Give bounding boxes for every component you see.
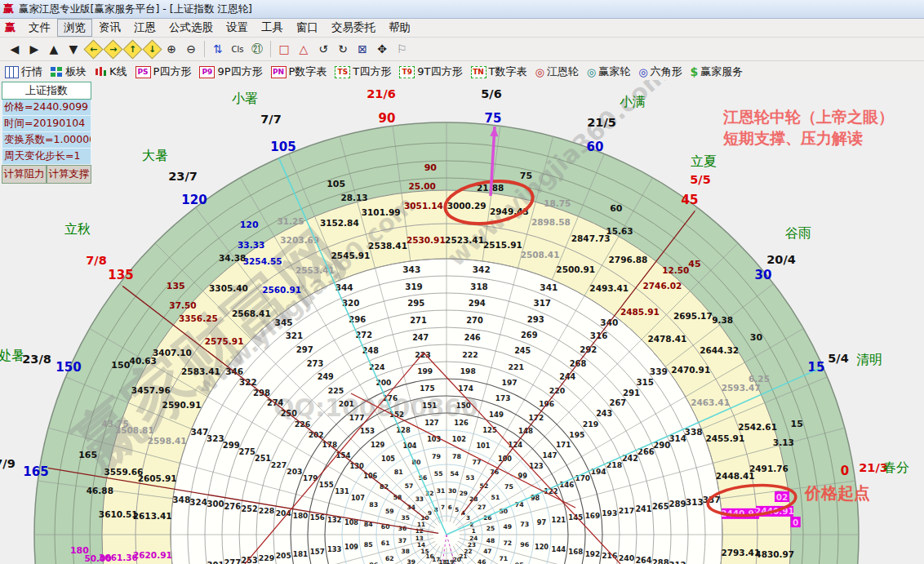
back-icon[interactable]: ◀	[5, 40, 24, 58]
spiral-number: 71	[499, 555, 508, 562]
zoom-out-icon[interactable]: ⊖	[181, 40, 201, 58]
spiral-number: 23	[468, 541, 476, 548]
tool-9P四方形[interactable]: P99P四方形	[199, 64, 262, 79]
tool-六角形[interactable]: ◎六角形	[638, 64, 682, 79]
spiral-number: 265	[652, 502, 669, 511]
t9-badge-icon: T9	[399, 66, 415, 78]
menu-item-公式选股[interactable]: 公式选股	[162, 19, 220, 37]
down-triangle-icon[interactable]: ▼	[64, 40, 83, 58]
rotate-ccw-icon[interactable]: ↺	[313, 40, 333, 58]
calendar-icon[interactable]: ㉑	[247, 40, 267, 58]
rim-solar-term-label: 清明	[856, 352, 882, 367]
tool-P四方形[interactable]: PSP四方形	[135, 64, 192, 79]
diamond-up-icon[interactable]: ↑	[122, 40, 142, 58]
tool-板块[interactable]: 板块	[51, 64, 87, 79]
price-label: 3457.96	[131, 385, 171, 395]
menu-item-设置[interactable]: 设置	[220, 19, 255, 37]
diamond-right-icon[interactable]: →	[103, 40, 122, 58]
spiral-number: 3	[466, 514, 470, 522]
zoom-in-icon[interactable]: ⊕	[162, 40, 181, 58]
spiral-number: 173	[495, 394, 511, 402]
rim-solar-term-label: 小满	[620, 94, 646, 109]
percent-label: 28.13	[340, 193, 367, 202]
spiral-number: 181	[293, 550, 309, 558]
spiral-number: 125	[482, 426, 497, 434]
degree-label: 75	[520, 171, 532, 181]
index-info-panel: 上证指数 价格=2440.9099时间=20190104变换系数=1.00000…	[2, 82, 91, 184]
triangle-tool-icon[interactable]: △	[294, 40, 313, 58]
spiral-number: 155	[319, 481, 334, 489]
tool-赢家服务[interactable]: $赢家服务	[691, 64, 744, 79]
spiral-number: 129	[371, 441, 385, 449]
spiral-number: 61	[381, 540, 390, 547]
diamond-left-icon[interactable]: ←	[83, 40, 103, 58]
rim-date-label: 7/9	[0, 457, 16, 470]
tool-label: 板块	[65, 64, 87, 79]
updown-icon[interactable]: ⇅	[208, 40, 228, 58]
app-logo-icon: 赢	[5, 20, 16, 35]
spiral-number: 252	[242, 504, 258, 513]
spiral-number: 222	[462, 350, 478, 359]
spiral-number: 269	[521, 331, 538, 340]
tool-label: 行情	[21, 64, 42, 79]
spiral-number: 297	[296, 345, 313, 354]
rim-solar-term-label: 立夏	[691, 153, 717, 169]
tool-label: 9P四方形	[217, 64, 262, 79]
spiral-number: 104	[403, 442, 417, 450]
tool-江恩轮[interactable]: ◎江恩轮	[535, 64, 578, 79]
degree-label: 150	[111, 360, 130, 371]
tool-T四方形[interactable]: TST四方形	[335, 64, 391, 79]
window-title: 赢家江恩专业版[赢家服务平台] - [上证指数 江恩轮]	[19, 2, 252, 16]
menu-item-资讯[interactable]: 资讯	[92, 19, 127, 37]
spiral-number: 81	[394, 469, 403, 476]
spiral-number: 48	[486, 537, 495, 544]
price-label: 2575.91	[205, 336, 244, 346]
up-triangle-icon[interactable]: ▲	[44, 40, 64, 58]
menu-item-工具[interactable]: 工具	[255, 19, 290, 37]
tool-T数字表[interactable]: TNT数字表	[471, 64, 527, 79]
button-计算支撑[interactable]: 计算支撑	[47, 165, 91, 184]
price-label: 2545.91	[331, 251, 371, 260]
xbox-icon[interactable]: ⊠	[353, 40, 372, 58]
tool-9T四方形[interactable]: T99T四方形	[399, 64, 462, 79]
tool-label: 江恩轮	[547, 64, 579, 79]
forward-icon[interactable]: ▶	[24, 40, 44, 58]
menu-item-江恩[interactable]: 江恩	[127, 19, 162, 37]
rim-degree-label: 75	[485, 111, 502, 126]
spiral-number: 201	[339, 400, 354, 408]
menu-item-窗口[interactable]: 窗口	[290, 19, 325, 37]
panel-row-0: 价格=2440.9099	[2, 100, 91, 116]
spiral-number: 246	[464, 333, 481, 342]
menu-item-文件[interactable]: 文件	[22, 19, 57, 37]
tool-P数字表[interactable]: PNP数字表	[271, 64, 327, 79]
spiral-number: 294	[469, 299, 486, 308]
move-icon[interactable]: ✥	[372, 40, 392, 58]
menu-item-交易委托[interactable]: 交易委托	[325, 19, 382, 37]
tool-赢家轮[interactable]: ◎赢家轮	[587, 64, 630, 79]
square-tool-icon[interactable]: □	[274, 40, 294, 58]
rim-solar-term-label: 春分	[883, 460, 909, 475]
spiral-number: 253	[242, 556, 258, 564]
tool-K线[interactable]: K线	[95, 64, 127, 79]
spiral-number: 193	[602, 509, 617, 517]
flag-icon[interactable]: ⚐	[392, 40, 411, 58]
menu-item-帮助[interactable]: 帮助	[382, 19, 417, 37]
spiral-number: 85	[364, 541, 373, 548]
spiral-number: 348	[172, 495, 190, 504]
button-计算阻力[interactable]: 计算阻力	[2, 165, 47, 184]
rotate-cw-icon[interactable]: ↻	[333, 40, 353, 58]
tool-label: P四方形	[153, 64, 192, 79]
tool-行情[interactable]: 行情	[5, 64, 42, 79]
cls-icon[interactable]: Cls	[228, 40, 247, 58]
spiral-number: 7	[441, 504, 445, 511]
kline-icon	[95, 66, 107, 78]
menu-item-浏览[interactable]: 浏览	[57, 19, 92, 37]
price-label: 2538.41	[368, 241, 407, 251]
spiral-number: 145	[568, 513, 583, 522]
spiral-number: 102	[452, 435, 466, 443]
price-label: 3610.51	[99, 509, 138, 519]
price-label: 2478.41	[647, 334, 686, 344]
tool-label: 9T四方形	[417, 64, 462, 79]
diamond-down-icon[interactable]: ↓	[142, 40, 162, 58]
price-label: 2746.02	[642, 281, 682, 291]
